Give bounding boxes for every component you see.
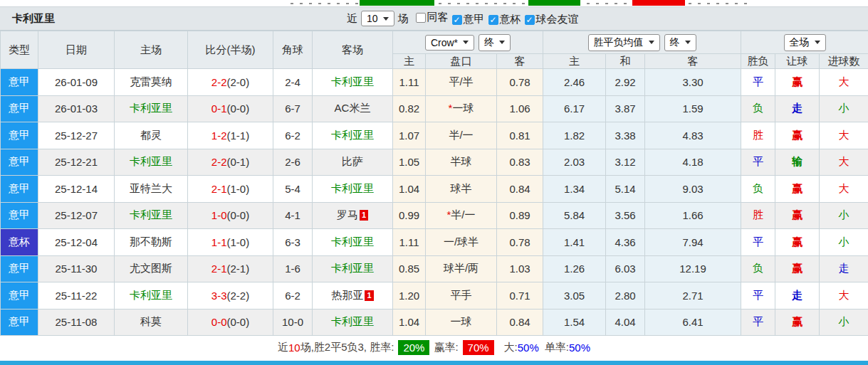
big-rate: 50%: [518, 342, 539, 354]
cell-avg-draw: 2.92: [606, 69, 645, 96]
cell-odds-away: 0.78: [497, 229, 543, 256]
result-group-header: 全场: [741, 31, 868, 54]
cell-handicap: 半/一: [426, 122, 497, 149]
team-match-history-panel: 卡利亚里 近 10 场 同客✓意甲✓意杯✓球会友谊 类型 日期 主场 比分(半场…: [0, 0, 868, 365]
home-team-name: 克雷莫纳: [130, 75, 172, 88]
cell-goals: 小: [820, 95, 868, 122]
cell-handicap: 一球: [426, 309, 497, 336]
cell-league: 意甲: [1, 69, 38, 96]
red-card-badge: 1: [365, 290, 373, 301]
filter-label: 同客: [427, 11, 449, 24]
cell-away-team: 比萨: [313, 149, 393, 176]
period-select[interactable]: 全场: [784, 34, 826, 51]
cell-odds-home: 0.99: [393, 202, 426, 229]
filter-label: 意甲: [464, 13, 485, 26]
home-team-name: 卡利亚里: [130, 102, 172, 114]
chevron-down-icon: [499, 41, 505, 44]
avg-state-select[interactable]: 终: [664, 34, 696, 51]
cell-away-team: 卡利亚里: [313, 255, 393, 282]
cell-league: 意甲: [1, 176, 38, 203]
summary-badge-clipped: [360, 0, 434, 6]
match-count-select[interactable]: 10: [361, 11, 394, 26]
odds-state-select[interactable]: 终: [479, 34, 511, 51]
cell-date: 25-12-27: [38, 122, 115, 149]
cell-goals: 大: [820, 69, 868, 96]
cell-score: 2-2(0-1): [188, 149, 273, 176]
checkbox[interactable]: [416, 13, 426, 23]
cell-odds-away: 0.84: [497, 176, 543, 203]
cell-goals: 小: [820, 229, 868, 256]
cell-handicap: 半球: [426, 149, 497, 176]
handicap-star: *: [446, 208, 451, 221]
cell-handicap: 一/球半: [426, 229, 497, 256]
full-time-score: 0-0: [211, 316, 227, 328]
cell-avg-draw: 5.14: [606, 176, 645, 203]
cell-avg-win: 2.03: [543, 149, 606, 176]
away-team-name: 卡利亚里: [331, 129, 374, 141]
half-time-score: (2-1): [227, 263, 250, 275]
table-row: 意甲26-01-03卡利亚里0-1(0-0)6-7AC米兰0.82*一球1.06…: [1, 95, 868, 122]
cell-odds-home: 1.11: [393, 229, 426, 256]
cell-odds-home: 0.85: [393, 255, 426, 282]
home-team-name: 那不勒斯: [130, 236, 172, 248]
cell-avg-draw: 3.56: [606, 202, 645, 229]
cell-home-team: 卡利亚里: [115, 95, 188, 122]
cell-avg-lose: 4.83: [645, 122, 741, 149]
chevron-down-icon: [685, 41, 691, 44]
match-table-body: 意甲26-01-09克雷莫纳2-2(2-0)2-4卡利亚里1.11平/半0.78…: [1, 69, 868, 336]
odds-group-header: Crow* 终: [393, 31, 543, 54]
cell-away-team: 卡利亚里: [313, 229, 393, 256]
summary-count: 10: [288, 342, 300, 354]
cell-home-team: 卡利亚里: [115, 149, 188, 176]
half-time-score: (0-1): [227, 156, 250, 168]
half-time-score: (1-0): [227, 236, 250, 248]
cell-handicap-result: 赢: [775, 309, 820, 336]
odds-company-select[interactable]: Crow*: [425, 35, 474, 51]
cell-handicap-result: 赢: [775, 122, 820, 149]
cell-result: 胜: [741, 122, 775, 149]
checkbox[interactable]: ✓: [488, 15, 498, 25]
cell-result: 平: [741, 309, 775, 336]
table-row: 意甲26-01-09克雷莫纳2-2(2-0)2-4卡利亚里1.11平/半0.78…: [1, 69, 868, 96]
cell-corners: 5-4: [273, 176, 313, 203]
cell-home-team: 亚特兰大: [115, 176, 188, 203]
odd-label: 单率:: [545, 341, 569, 354]
cell-odds-home: 0.82: [393, 95, 426, 122]
big-label: 大:: [504, 341, 518, 354]
away-team-name: 罗马: [337, 208, 358, 221]
checkbox[interactable]: ✓: [525, 15, 535, 25]
cell-odds-away: 0.78: [497, 69, 543, 96]
cell-avg-draw: 4.36: [606, 229, 645, 256]
full-time-score: 0-1: [211, 102, 227, 115]
win-rate-badge: 20%: [398, 340, 429, 355]
cell-handicap: 平/半: [426, 69, 497, 96]
cell-league: 意甲: [1, 309, 38, 336]
red-card-badge: 1: [360, 210, 368, 221]
filter-group: 同客✓意甲✓意杯✓球会友谊: [412, 11, 579, 26]
cell-league: 意甲: [1, 122, 38, 149]
away-team-name: 热那亚: [331, 289, 363, 301]
cell-goals: 大: [820, 176, 868, 203]
cell-handicap: 球半/两: [426, 255, 497, 282]
cell-corners: 2-6: [273, 149, 313, 176]
full-time-score: 2-2: [211, 76, 227, 88]
cell-result: 平: [741, 229, 775, 256]
half-time-score: (0-0): [227, 102, 250, 115]
cell-date: 25-11-30: [38, 255, 115, 282]
summary-prefix: 近: [278, 341, 288, 354]
cell-away-team: 罗马1: [313, 202, 393, 229]
cell-date: 25-12-14: [38, 176, 115, 203]
checkbox[interactable]: ✓: [452, 15, 462, 25]
near-label: 近: [347, 12, 357, 26]
cell-away-team: 卡利亚里: [313, 69, 393, 96]
cell-avg-lose: 9.03: [645, 176, 741, 203]
cell-away-team: 卡利亚里: [313, 309, 393, 336]
away-team-name: 卡利亚里: [331, 182, 374, 194]
summary-record: 场,胜2平5负3, 胜率:: [300, 341, 394, 354]
sub-header-avg-lose: 客: [645, 54, 741, 69]
cell-date: 26-01-09: [38, 69, 115, 96]
full-time-score: 2-2: [211, 156, 227, 168]
match-history-table: 类型 日期 主场 比分(半场) 角球 客场 Crow* 终: [0, 31, 868, 336]
avg-type-select[interactable]: 胜平负均值: [588, 34, 660, 51]
cell-avg-draw: 6.03: [606, 255, 645, 282]
